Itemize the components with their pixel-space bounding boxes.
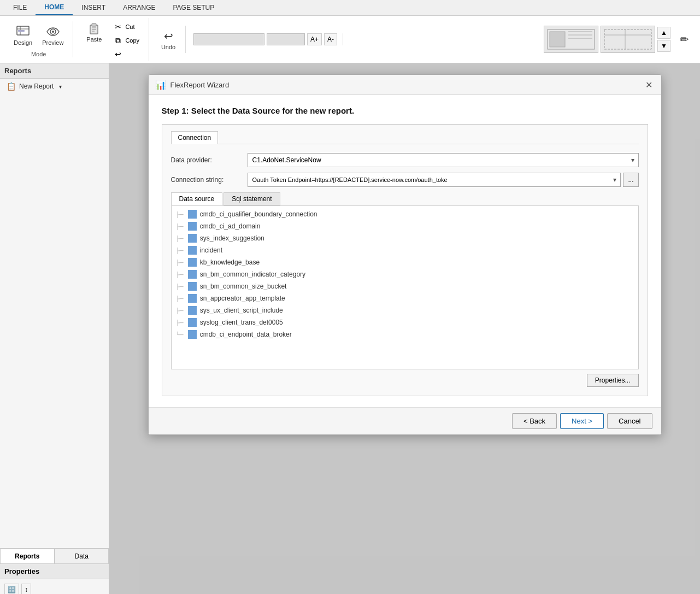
new-report-dropdown-icon[interactable]: ▾: [59, 84, 62, 90]
data-provider-row: Data provider: C1.AdoNet.ServiceNow: [171, 153, 639, 167]
data-provider-select-wrapper: C1.AdoNet.ServiceNow: [248, 153, 639, 167]
content-area: 📊 FlexReport Wizard ✕ Step 1: Select the…: [109, 63, 700, 594]
table-icon: [188, 258, 197, 267]
left-panel-spacer: [0, 94, 109, 548]
svg-point-5: [52, 31, 54, 33]
table-list-item[interactable]: ├─ sn_bm_common_indicator_category: [172, 268, 638, 280]
modal-title: FlexReport Wizard: [170, 81, 639, 89]
table-icon: [188, 222, 197, 231]
scroll-up-button[interactable]: ▲: [657, 27, 670, 39]
tree-line: ├─: [176, 211, 184, 217]
ribbon-content: Design Preview Mode Paste: [0, 16, 700, 63]
new-report-icon: 📋: [7, 82, 16, 91]
datasource-tab-data-source[interactable]: Data source: [171, 192, 223, 205]
table-list-item[interactable]: ├─ kb_knowledge_base: [172, 256, 638, 268]
paste-button[interactable]: Paste: [81, 18, 107, 45]
properties-button[interactable]: Properties...: [587, 374, 639, 387]
tree-line: └─: [176, 332, 184, 338]
table-name: syslog_client_trans_det0005: [200, 319, 283, 326]
tree-line: ├─: [176, 284, 184, 290]
table-name: cmdb_ci_ad_domain: [200, 222, 261, 230]
connection-string-select-wrapper: Oauth Token Endpoint=https://[REDACTED].…: [248, 173, 621, 187]
table-name: sn_bm_common_indicator_category: [200, 270, 305, 278]
scroll-down-button[interactable]: ▼: [657, 40, 670, 52]
modal-header: 📊 FlexReport Wizard ✕: [149, 75, 661, 95]
connection-tab[interactable]: Connection: [171, 131, 219, 144]
scroll-buttons: ▲ ▼: [657, 27, 670, 52]
design-label: Design: [14, 39, 32, 46]
edit-icon: ✏: [677, 32, 692, 47]
edit-button[interactable]: ✏: [673, 29, 696, 50]
table-list-item[interactable]: ├─ sys_ux_client_script_include: [172, 304, 638, 316]
next-button[interactable]: Next >: [560, 413, 604, 429]
cut-button[interactable]: ✂ Cut: [109, 20, 143, 33]
tree-line: ├─: [176, 320, 184, 326]
svg-rect-16: [604, 30, 651, 49]
table-list-item[interactable]: ├─ cmdb_ci_ad_domain: [172, 220, 638, 232]
layout-preview2: [601, 26, 655, 53]
sort-az-button[interactable]: 🔠: [4, 584, 19, 594]
font-size-input[interactable]: [267, 33, 305, 45]
undo-icon: ↩: [161, 28, 176, 44]
reports-tab[interactable]: Reports: [0, 549, 55, 564]
tab-home[interactable]: HOME: [36, 0, 73, 15]
table-list-item[interactable]: ├─ syslog_client_trans_det0005: [172, 316, 638, 328]
step-title: Step 1: Select the Data Source for the n…: [162, 106, 648, 115]
sort-za-button[interactable]: ↕: [21, 584, 31, 594]
datasource-tab-sql[interactable]: Sql statement: [223, 192, 280, 205]
table-name: incident: [200, 246, 222, 254]
tab-page-setup[interactable]: PAGE SETUP: [164, 0, 223, 15]
modal-close-button[interactable]: ✕: [644, 79, 655, 90]
table-list-item[interactable]: ├─ cmdb_ci_qualifier_boundary_connection: [172, 208, 638, 220]
redo-icon: ↩: [113, 49, 123, 59]
modal-overlay: 📊 FlexReport Wizard ✕ Step 1: Select the…: [109, 63, 700, 594]
table-list-item[interactable]: ├─ sn_appcreator_app_template: [172, 292, 638, 304]
reports-header: Reports: [0, 63, 109, 79]
copy-button[interactable]: ⧉ Copy: [109, 34, 143, 47]
table-name: sys_index_suggestion: [200, 234, 264, 242]
connection-string-browse-button[interactable]: ...: [623, 173, 638, 187]
modal-body: Step 1: Select the Data Source for the n…: [149, 95, 661, 407]
ribbon-group-mode: Design Preview Mode: [4, 21, 73, 57]
modal-footer: < Back Next > Cancel: [149, 407, 661, 434]
table-name: sn_appcreator_app_template: [200, 295, 285, 302]
font-increase-button[interactable]: A+: [307, 33, 322, 45]
redo-button[interactable]: ↩: [109, 48, 143, 61]
table-list-item[interactable]: └─ cmdb_ci_endpoint_data_broker: [172, 328, 638, 340]
cancel-button[interactable]: Cancel: [607, 413, 652, 429]
ribbon-group-font: A+ A-: [188, 33, 343, 45]
table-name: sn_bm_common_size_bucket: [200, 283, 287, 290]
tree-line: ├─: [176, 236, 184, 242]
data-provider-select[interactable]: C1.AdoNet.ServiceNow: [248, 153, 639, 167]
tree-line: ├─: [176, 248, 184, 254]
data-provider-label: Data provider:: [171, 156, 248, 164]
tab-arrange[interactable]: ARRANGE: [114, 0, 164, 15]
table-list-item[interactable]: ├─ sys_index_suggestion: [172, 232, 638, 244]
font-decrease-button[interactable]: A-: [324, 33, 337, 45]
connection-string-label: Connection string:: [171, 176, 248, 184]
tree-line: ├─: [176, 296, 184, 302]
table-icon: [188, 330, 197, 339]
properties-btn-row: Properties...: [171, 369, 639, 389]
tab-insert[interactable]: INSERT: [73, 0, 114, 15]
ribbon-right: ▲ ▼ ✏: [544, 26, 696, 53]
back-button[interactable]: < Back: [512, 413, 557, 429]
preview-label: Preview: [42, 39, 63, 46]
preview-button[interactable]: Preview: [38, 21, 67, 49]
data-tab[interactable]: Data: [55, 549, 109, 564]
tree-line: ├─: [176, 224, 184, 230]
connection-string-wrapper: Oauth Token Endpoint=https://[REDACTED].…: [248, 173, 639, 187]
ribbon-tab-bar: FILE HOME INSERT ARRANGE PAGE SETUP: [0, 0, 700, 16]
table-list-item[interactable]: ├─ incident: [172, 244, 638, 256]
connection-string-select[interactable]: Oauth Token Endpoint=https://[REDACTED].…: [248, 173, 621, 187]
ribbon-group-clipboard: Paste ✂ Cut ⧉ Copy ↩: [75, 18, 149, 61]
table-list-item[interactable]: ├─ sn_bm_common_size_bucket: [172, 280, 638, 292]
design-button[interactable]: Design: [10, 21, 36, 49]
table-name: kb_knowledge_base: [200, 258, 260, 266]
font-name-input[interactable]: [193, 33, 264, 45]
tab-file[interactable]: FILE: [4, 0, 36, 15]
new-report-item[interactable]: 📋 New Report ▾: [0, 79, 109, 94]
cut-icon: ✂: [113, 22, 123, 32]
undo-button[interactable]: ↩ Undo: [157, 26, 180, 53]
table-icon: [188, 318, 197, 327]
